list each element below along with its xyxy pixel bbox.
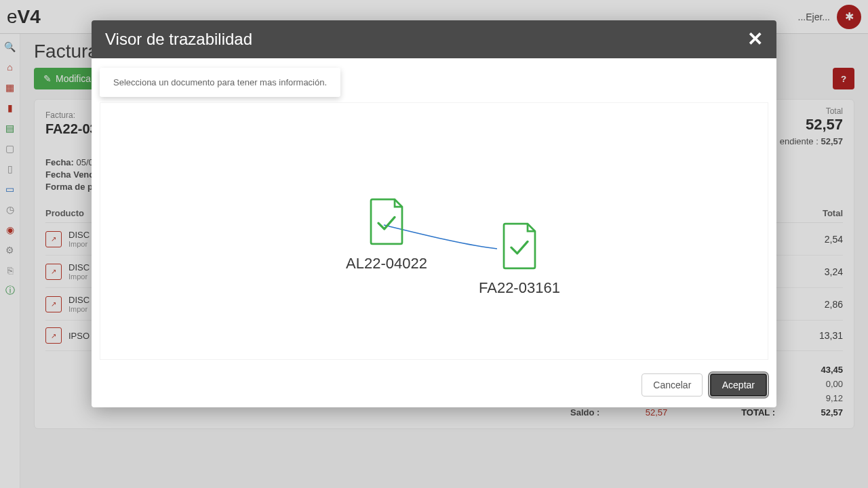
modal-overlay: Visor de trazabilidad ✕ Selecciona un do… (0, 0, 868, 488)
info-tooltip: Selecciona un documento para tener mas i… (100, 68, 340, 97)
modal-title: Visor de trazabilidad (105, 30, 747, 49)
modal-footer: Cancelar Aceptar (92, 365, 776, 407)
diagram-area: AL22-04022 FA22-03161 (100, 102, 768, 360)
trace-node-target[interactable]: FA22-03161 (479, 222, 560, 297)
traceability-modal: Visor de trazabilidad ✕ Selecciona un do… (92, 20, 776, 407)
document-check-icon (500, 222, 538, 270)
modal-header: Visor de trazabilidad ✕ (92, 20, 776, 58)
document-check-icon (368, 198, 406, 245)
trace-node-source[interactable]: AL22-04022 (346, 198, 427, 272)
modal-body: Selecciona un documento para tener mas i… (92, 58, 776, 365)
connector-line (100, 103, 768, 359)
close-icon[interactable]: ✕ (747, 30, 763, 49)
node-label: FA22-03161 (479, 279, 560, 297)
cancel-button[interactable]: Cancelar (642, 373, 703, 396)
accept-button[interactable]: Aceptar (710, 373, 767, 396)
node-label: AL22-04022 (346, 255, 427, 272)
